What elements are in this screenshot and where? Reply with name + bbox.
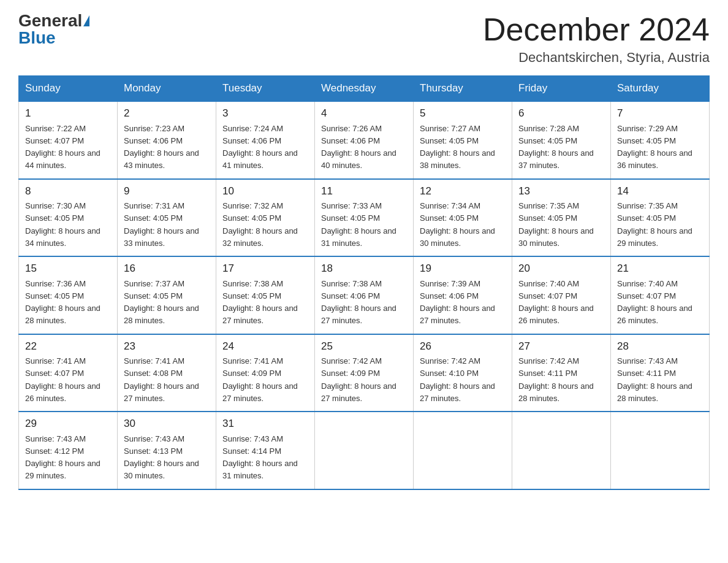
- calendar-cell: 28Sunrise: 7:43 AMSunset: 4:11 PMDayligh…: [611, 334, 710, 412]
- day-number: 12: [420, 183, 506, 199]
- day-info: Sunrise: 7:38 AMSunset: 4:06 PMDaylight:…: [321, 279, 396, 326]
- day-info: Sunrise: 7:42 AMSunset: 4:09 PMDaylight:…: [321, 356, 396, 403]
- day-info: Sunrise: 7:37 AMSunset: 4:05 PMDaylight:…: [124, 279, 199, 326]
- day-number: 27: [518, 339, 604, 354]
- weekday-header-saturday: Saturday: [611, 76, 710, 102]
- week-row-1: 1Sunrise: 7:22 AMSunset: 4:07 PMDaylight…: [19, 101, 710, 179]
- day-info: Sunrise: 7:22 AMSunset: 4:07 PMDaylight:…: [25, 124, 100, 170]
- day-number: 8: [25, 183, 111, 199]
- day-number: 2: [124, 105, 210, 121]
- day-info: Sunrise: 7:29 AMSunset: 4:05 PMDaylight:…: [617, 124, 692, 170]
- month-title: December 2024: [483, 12, 710, 47]
- calendar-cell: 31Sunrise: 7:43 AMSunset: 4:14 PMDayligh…: [216, 412, 315, 489]
- day-number: 3: [222, 105, 308, 121]
- day-number: 24: [222, 339, 308, 354]
- day-number: 7: [617, 105, 703, 121]
- day-info: Sunrise: 7:23 AMSunset: 4:06 PMDaylight:…: [124, 124, 199, 170]
- calendar-cell: 5Sunrise: 7:27 AMSunset: 4:05 PMDaylight…: [414, 101, 512, 179]
- weekday-header-sunday: Sunday: [19, 76, 118, 102]
- day-info: Sunrise: 7:32 AMSunset: 4:05 PMDaylight:…: [222, 201, 298, 248]
- day-info: Sunrise: 7:43 AMSunset: 4:14 PMDaylight:…: [222, 434, 298, 481]
- logo-blue-text: Blue: [18, 29, 56, 47]
- day-number: 6: [518, 105, 604, 121]
- day-number: 28: [617, 339, 703, 354]
- week-row-3: 15Sunrise: 7:36 AMSunset: 4:05 PMDayligh…: [19, 256, 710, 334]
- day-number: 25: [321, 339, 407, 354]
- calendar-cell: 17Sunrise: 7:38 AMSunset: 4:05 PMDayligh…: [216, 256, 315, 334]
- calendar-cell: 19Sunrise: 7:39 AMSunset: 4:06 PMDayligh…: [414, 256, 512, 334]
- day-number: 10: [222, 183, 308, 199]
- calendar-cell: 22Sunrise: 7:41 AMSunset: 4:07 PMDayligh…: [19, 334, 118, 412]
- calendar-cell: [512, 412, 611, 489]
- day-number: 20: [518, 261, 604, 277]
- day-number: 11: [321, 183, 407, 199]
- calendar-cell: 13Sunrise: 7:35 AMSunset: 4:05 PMDayligh…: [512, 179, 611, 257]
- day-info: Sunrise: 7:34 AMSunset: 4:05 PMDaylight:…: [420, 201, 495, 248]
- day-number: 9: [124, 183, 210, 199]
- day-number: 23: [124, 339, 210, 354]
- calendar-cell: 4Sunrise: 7:26 AMSunset: 4:06 PMDaylight…: [315, 101, 414, 179]
- day-info: Sunrise: 7:36 AMSunset: 4:05 PMDaylight:…: [25, 279, 100, 326]
- day-info: Sunrise: 7:28 AMSunset: 4:05 PMDaylight:…: [518, 124, 594, 170]
- calendar-cell: 25Sunrise: 7:42 AMSunset: 4:09 PMDayligh…: [315, 334, 414, 412]
- day-info: Sunrise: 7:30 AMSunset: 4:05 PMDaylight:…: [25, 201, 100, 248]
- location-text: Dechantskirchen, Styria, Austria: [483, 50, 710, 66]
- calendar-cell: 27Sunrise: 7:42 AMSunset: 4:11 PMDayligh…: [512, 334, 611, 412]
- calendar-cell: 23Sunrise: 7:41 AMSunset: 4:08 PMDayligh…: [118, 334, 216, 412]
- day-number: 17: [222, 261, 308, 277]
- day-number: 31: [222, 416, 308, 432]
- weekday-header-tuesday: Tuesday: [216, 76, 315, 102]
- day-info: Sunrise: 7:24 AMSunset: 4:06 PMDaylight:…: [222, 124, 298, 170]
- page-header: General Blue December 2024 Dechantskirch…: [18, 12, 710, 66]
- calendar-cell: [611, 412, 710, 489]
- day-info: Sunrise: 7:31 AMSunset: 4:05 PMDaylight:…: [124, 201, 199, 248]
- calendar-cell: 15Sunrise: 7:36 AMSunset: 4:05 PMDayligh…: [19, 256, 118, 334]
- week-row-5: 29Sunrise: 7:43 AMSunset: 4:12 PMDayligh…: [19, 412, 710, 489]
- day-number: 18: [321, 261, 407, 277]
- weekday-header-wednesday: Wednesday: [315, 76, 414, 102]
- day-info: Sunrise: 7:39 AMSunset: 4:06 PMDaylight:…: [420, 279, 495, 326]
- calendar-cell: 16Sunrise: 7:37 AMSunset: 4:05 PMDayligh…: [118, 256, 216, 334]
- day-info: Sunrise: 7:26 AMSunset: 4:06 PMDaylight:…: [321, 124, 396, 170]
- day-number: 26: [420, 339, 506, 354]
- day-info: Sunrise: 7:40 AMSunset: 4:07 PMDaylight:…: [518, 279, 594, 326]
- calendar-cell: [414, 412, 512, 489]
- calendar-cell: 10Sunrise: 7:32 AMSunset: 4:05 PMDayligh…: [216, 179, 315, 257]
- day-info: Sunrise: 7:33 AMSunset: 4:05 PMDaylight:…: [321, 201, 396, 248]
- day-number: 1: [25, 105, 111, 121]
- day-info: Sunrise: 7:40 AMSunset: 4:07 PMDaylight:…: [617, 279, 692, 326]
- title-section: December 2024 Dechantskirchen, Styria, A…: [483, 12, 710, 66]
- calendar-cell: 1Sunrise: 7:22 AMSunset: 4:07 PMDaylight…: [19, 101, 118, 179]
- calendar-cell: 14Sunrise: 7:35 AMSunset: 4:05 PMDayligh…: [611, 179, 710, 257]
- day-number: 5: [420, 105, 506, 121]
- week-row-2: 8Sunrise: 7:30 AMSunset: 4:05 PMDaylight…: [19, 179, 710, 257]
- day-number: 29: [25, 416, 111, 432]
- day-info: Sunrise: 7:35 AMSunset: 4:05 PMDaylight:…: [518, 201, 594, 248]
- day-number: 22: [25, 339, 111, 354]
- calendar-cell: 24Sunrise: 7:41 AMSunset: 4:09 PMDayligh…: [216, 334, 315, 412]
- calendar-cell: 12Sunrise: 7:34 AMSunset: 4:05 PMDayligh…: [414, 179, 512, 257]
- calendar-cell: 21Sunrise: 7:40 AMSunset: 4:07 PMDayligh…: [611, 256, 710, 334]
- day-number: 14: [617, 183, 703, 199]
- weekday-header-thursday: Thursday: [414, 76, 512, 102]
- day-number: 4: [321, 105, 407, 121]
- calendar-cell: 3Sunrise: 7:24 AMSunset: 4:06 PMDaylight…: [216, 101, 315, 179]
- day-number: 30: [124, 416, 210, 432]
- calendar-cell: 6Sunrise: 7:28 AMSunset: 4:05 PMDaylight…: [512, 101, 611, 179]
- calendar-cell: 20Sunrise: 7:40 AMSunset: 4:07 PMDayligh…: [512, 256, 611, 334]
- calendar-cell: [315, 412, 414, 489]
- day-number: 19: [420, 261, 506, 277]
- day-info: Sunrise: 7:41 AMSunset: 4:08 PMDaylight:…: [124, 356, 199, 403]
- weekday-header-monday: Monday: [118, 76, 216, 102]
- calendar-cell: 11Sunrise: 7:33 AMSunset: 4:05 PMDayligh…: [315, 179, 414, 257]
- day-number: 21: [617, 261, 703, 277]
- day-info: Sunrise: 7:38 AMSunset: 4:05 PMDaylight:…: [222, 279, 298, 326]
- logo-triangle-icon: [83, 15, 89, 26]
- day-info: Sunrise: 7:43 AMSunset: 4:13 PMDaylight:…: [124, 434, 199, 481]
- calendar-table: SundayMondayTuesdayWednesdayThursdayFrid…: [18, 75, 710, 490]
- calendar-cell: 26Sunrise: 7:42 AMSunset: 4:10 PMDayligh…: [414, 334, 512, 412]
- calendar-cell: 30Sunrise: 7:43 AMSunset: 4:13 PMDayligh…: [118, 412, 216, 489]
- calendar-cell: 2Sunrise: 7:23 AMSunset: 4:06 PMDaylight…: [118, 101, 216, 179]
- weekday-header-friday: Friday: [512, 76, 611, 102]
- day-info: Sunrise: 7:43 AMSunset: 4:11 PMDaylight:…: [617, 356, 692, 403]
